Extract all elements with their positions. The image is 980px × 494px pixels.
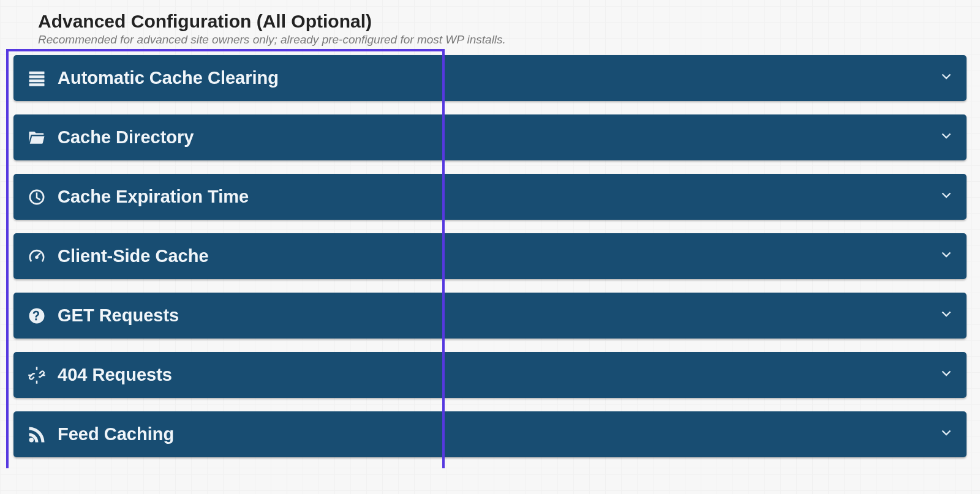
chevron-down-icon — [940, 249, 953, 264]
chevron-down-icon — [940, 427, 953, 443]
question-circle-icon — [24, 307, 49, 325]
rss-icon — [24, 425, 49, 444]
panel-label: GET Requests — [58, 305, 940, 326]
chevron-down-icon — [940, 70, 953, 86]
broken-link-icon — [24, 366, 49, 384]
panel-feed-caching[interactable]: Feed Caching — [13, 411, 967, 457]
panel-label: Cache Directory — [58, 127, 940, 148]
panel-cache-directory[interactable]: Cache Directory — [13, 114, 967, 160]
panel-label: Cache Expiration Time — [58, 187, 940, 207]
chevron-down-icon — [940, 130, 953, 146]
panel-404-requests[interactable]: 404 Requests — [13, 352, 967, 398]
section-header: Advanced Configuration (All Optional) Re… — [38, 11, 967, 47]
accordion-list: Automatic Cache Clearing Cache Directory… — [13, 55, 967, 457]
chevron-down-icon — [940, 308, 953, 324]
server-stack-icon — [24, 69, 49, 88]
chevron-down-icon — [940, 367, 953, 383]
panel-label: Automatic Cache Clearing — [58, 68, 940, 88]
panel-label: 404 Requests — [58, 365, 940, 385]
section-title: Advanced Configuration (All Optional) — [38, 11, 967, 32]
section-subtitle: Recommended for advanced site owners onl… — [38, 33, 967, 47]
clock-icon — [24, 188, 49, 206]
gauge-icon — [24, 247, 49, 266]
chevron-down-icon — [940, 189, 953, 205]
panel-label: Client-Side Cache — [58, 246, 940, 266]
panel-label: Feed Caching — [58, 424, 940, 444]
panel-cache-expiration-time[interactable]: Cache Expiration Time — [13, 174, 967, 220]
panel-automatic-cache-clearing[interactable]: Automatic Cache Clearing — [13, 55, 967, 101]
panel-get-requests[interactable]: GET Requests — [13, 293, 967, 339]
folder-open-icon — [24, 129, 49, 147]
panel-client-side-cache[interactable]: Client-Side Cache — [13, 233, 967, 279]
